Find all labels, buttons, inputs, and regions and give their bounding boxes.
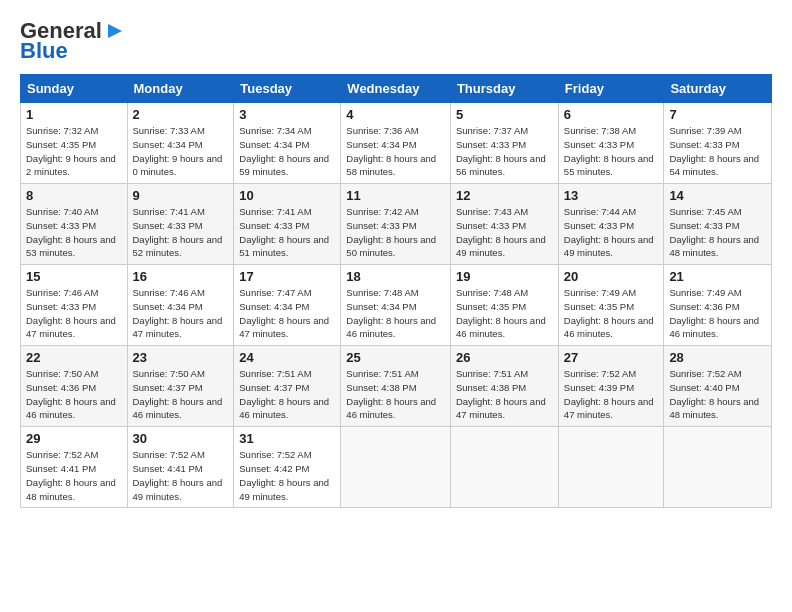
logo: General Blue	[20, 18, 126, 64]
daylight-text: Daylight: 9 hours and 2 minutes.	[26, 153, 116, 178]
sunset-text: Sunset: 4:35 PM	[564, 301, 634, 312]
day-info: Sunrise: 7:51 AM Sunset: 4:38 PM Dayligh…	[346, 367, 445, 422]
sunrise-text: Sunrise: 7:51 AM	[346, 368, 418, 379]
daylight-text: Daylight: 8 hours and 49 minutes.	[239, 477, 329, 502]
day-number: 7	[669, 107, 766, 122]
col-wednesday: Wednesday	[341, 75, 451, 103]
daylight-text: Daylight: 8 hours and 55 minutes.	[564, 153, 654, 178]
table-row: 22 Sunrise: 7:50 AM Sunset: 4:36 PM Dayl…	[21, 346, 128, 427]
table-row: 5 Sunrise: 7:37 AM Sunset: 4:33 PM Dayli…	[450, 103, 558, 184]
day-info: Sunrise: 7:32 AM Sunset: 4:35 PM Dayligh…	[26, 124, 122, 179]
sunset-text: Sunset: 4:34 PM	[133, 139, 203, 150]
table-row: 29 Sunrise: 7:52 AM Sunset: 4:41 PM Dayl…	[21, 427, 128, 508]
table-row: 13 Sunrise: 7:44 AM Sunset: 4:33 PM Dayl…	[558, 184, 664, 265]
day-number: 25	[346, 350, 445, 365]
day-info: Sunrise: 7:50 AM Sunset: 4:36 PM Dayligh…	[26, 367, 122, 422]
calendar-table: Sunday Monday Tuesday Wednesday Thursday…	[20, 74, 772, 508]
day-info: Sunrise: 7:52 AM Sunset: 4:40 PM Dayligh…	[669, 367, 766, 422]
daylight-text: Daylight: 8 hours and 46 minutes.	[564, 315, 654, 340]
day-number: 3	[239, 107, 335, 122]
col-sunday: Sunday	[21, 75, 128, 103]
sunrise-text: Sunrise: 7:49 AM	[669, 287, 741, 298]
day-number: 12	[456, 188, 553, 203]
table-row: 4 Sunrise: 7:36 AM Sunset: 4:34 PM Dayli…	[341, 103, 451, 184]
daylight-text: Daylight: 8 hours and 48 minutes.	[26, 477, 116, 502]
day-number: 17	[239, 269, 335, 284]
logo-blue: Blue	[20, 38, 68, 64]
daylight-text: Daylight: 8 hours and 46 minutes.	[26, 396, 116, 421]
day-info: Sunrise: 7:44 AM Sunset: 4:33 PM Dayligh…	[564, 205, 659, 260]
day-info: Sunrise: 7:48 AM Sunset: 4:34 PM Dayligh…	[346, 286, 445, 341]
sunset-text: Sunset: 4:33 PM	[669, 139, 739, 150]
sunset-text: Sunset: 4:42 PM	[239, 463, 309, 474]
day-info: Sunrise: 7:41 AM Sunset: 4:33 PM Dayligh…	[239, 205, 335, 260]
table-row: 7 Sunrise: 7:39 AM Sunset: 4:33 PM Dayli…	[664, 103, 772, 184]
day-info: Sunrise: 7:34 AM Sunset: 4:34 PM Dayligh…	[239, 124, 335, 179]
sunset-text: Sunset: 4:33 PM	[133, 220, 203, 231]
day-info: Sunrise: 7:33 AM Sunset: 4:34 PM Dayligh…	[133, 124, 229, 179]
daylight-text: Daylight: 8 hours and 46 minutes.	[346, 396, 436, 421]
sunset-text: Sunset: 4:34 PM	[133, 301, 203, 312]
day-number: 23	[133, 350, 229, 365]
sunrise-text: Sunrise: 7:52 AM	[133, 449, 205, 460]
calendar-week-row: 29 Sunrise: 7:52 AM Sunset: 4:41 PM Dayl…	[21, 427, 772, 508]
sunset-text: Sunset: 4:36 PM	[26, 382, 96, 393]
table-row: 12 Sunrise: 7:43 AM Sunset: 4:33 PM Dayl…	[450, 184, 558, 265]
sunset-text: Sunset: 4:33 PM	[26, 301, 96, 312]
sunrise-text: Sunrise: 7:32 AM	[26, 125, 98, 136]
table-row: 1 Sunrise: 7:32 AM Sunset: 4:35 PM Dayli…	[21, 103, 128, 184]
sunrise-text: Sunrise: 7:33 AM	[133, 125, 205, 136]
table-row: 26 Sunrise: 7:51 AM Sunset: 4:38 PM Dayl…	[450, 346, 558, 427]
col-saturday: Saturday	[664, 75, 772, 103]
sunrise-text: Sunrise: 7:52 AM	[669, 368, 741, 379]
daylight-text: Daylight: 8 hours and 59 minutes.	[239, 153, 329, 178]
day-number: 4	[346, 107, 445, 122]
sunrise-text: Sunrise: 7:45 AM	[669, 206, 741, 217]
sunset-text: Sunset: 4:33 PM	[26, 220, 96, 231]
sunset-text: Sunset: 4:37 PM	[133, 382, 203, 393]
day-number: 10	[239, 188, 335, 203]
col-monday: Monday	[127, 75, 234, 103]
sunrise-text: Sunrise: 7:43 AM	[456, 206, 528, 217]
sunset-text: Sunset: 4:34 PM	[239, 139, 309, 150]
table-row: 14 Sunrise: 7:45 AM Sunset: 4:33 PM Dayl…	[664, 184, 772, 265]
table-row	[558, 427, 664, 508]
sunrise-text: Sunrise: 7:50 AM	[26, 368, 98, 379]
table-row: 9 Sunrise: 7:41 AM Sunset: 4:33 PM Dayli…	[127, 184, 234, 265]
sunset-text: Sunset: 4:38 PM	[346, 382, 416, 393]
sunrise-text: Sunrise: 7:46 AM	[133, 287, 205, 298]
day-number: 30	[133, 431, 229, 446]
day-info: Sunrise: 7:51 AM Sunset: 4:38 PM Dayligh…	[456, 367, 553, 422]
daylight-text: Daylight: 8 hours and 49 minutes.	[133, 477, 223, 502]
table-row: 19 Sunrise: 7:48 AM Sunset: 4:35 PM Dayl…	[450, 265, 558, 346]
day-info: Sunrise: 7:42 AM Sunset: 4:33 PM Dayligh…	[346, 205, 445, 260]
daylight-text: Daylight: 8 hours and 51 minutes.	[239, 234, 329, 259]
day-number: 9	[133, 188, 229, 203]
daylight-text: Daylight: 8 hours and 46 minutes.	[133, 396, 223, 421]
daylight-text: Daylight: 8 hours and 54 minutes.	[669, 153, 759, 178]
day-number: 28	[669, 350, 766, 365]
daylight-text: Daylight: 8 hours and 47 minutes.	[133, 315, 223, 340]
sunrise-text: Sunrise: 7:49 AM	[564, 287, 636, 298]
daylight-text: Daylight: 8 hours and 47 minutes.	[456, 396, 546, 421]
day-info: Sunrise: 7:37 AM Sunset: 4:33 PM Dayligh…	[456, 124, 553, 179]
col-friday: Friday	[558, 75, 664, 103]
day-info: Sunrise: 7:49 AM Sunset: 4:36 PM Dayligh…	[669, 286, 766, 341]
sunset-text: Sunset: 4:33 PM	[456, 139, 526, 150]
header: General Blue	[20, 18, 772, 64]
table-row: 3 Sunrise: 7:34 AM Sunset: 4:34 PM Dayli…	[234, 103, 341, 184]
sunrise-text: Sunrise: 7:48 AM	[456, 287, 528, 298]
day-info: Sunrise: 7:40 AM Sunset: 4:33 PM Dayligh…	[26, 205, 122, 260]
daylight-text: Daylight: 8 hours and 46 minutes.	[456, 315, 546, 340]
sunrise-text: Sunrise: 7:44 AM	[564, 206, 636, 217]
day-number: 13	[564, 188, 659, 203]
day-number: 15	[26, 269, 122, 284]
sunset-text: Sunset: 4:34 PM	[346, 301, 416, 312]
sunrise-text: Sunrise: 7:51 AM	[456, 368, 528, 379]
day-info: Sunrise: 7:38 AM Sunset: 4:33 PM Dayligh…	[564, 124, 659, 179]
daylight-text: Daylight: 8 hours and 48 minutes.	[669, 234, 759, 259]
sunrise-text: Sunrise: 7:38 AM	[564, 125, 636, 136]
sunset-text: Sunset: 4:35 PM	[456, 301, 526, 312]
table-row: 24 Sunrise: 7:51 AM Sunset: 4:37 PM Dayl…	[234, 346, 341, 427]
table-row: 2 Sunrise: 7:33 AM Sunset: 4:34 PM Dayli…	[127, 103, 234, 184]
